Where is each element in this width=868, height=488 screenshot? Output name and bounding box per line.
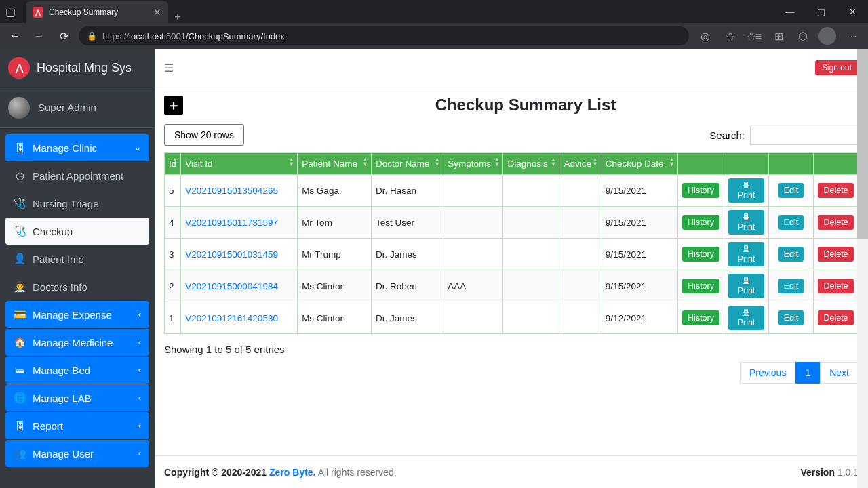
column-header[interactable]: Symptoms▲▼ <box>443 153 503 175</box>
forward-button[interactable]: → <box>30 26 49 45</box>
print-button[interactable]: 🖶Print <box>728 242 764 266</box>
brand[interactable]: ⋀ Hospital Mng Sys <box>0 49 155 87</box>
column-header[interactable] <box>769 153 814 175</box>
chevron-icon: ‹ <box>138 393 141 403</box>
delete-button[interactable]: Delete <box>818 310 853 325</box>
sidebar-item-doctors-info[interactable]: 👨‍⚕️Doctors Info <box>5 273 149 300</box>
edit-button[interactable]: Edit <box>778 183 804 198</box>
sidebar-item-checkup[interactable]: 🩺Checkup <box>5 218 149 245</box>
nav-label: Manage Clinic <box>33 142 97 154</box>
table-row: 5V20210915013504265Ms GagaDr. Hasan9/15/… <box>165 175 859 207</box>
show-rows-button[interactable]: Show 20 rows <box>164 124 244 146</box>
extensions-icon[interactable]: ⬡ <box>792 26 814 45</box>
cell-symptoms <box>443 302 503 334</box>
menu-icon[interactable]: ⋯ <box>841 26 863 45</box>
sidebar-item-manage-bed[interactable]: 🛏Manage Bed‹ <box>5 357 149 384</box>
column-header[interactable]: Visit Id▲▼ <box>181 153 298 175</box>
signout-button[interactable]: Sign out <box>815 60 859 75</box>
maximize-button[interactable]: ▢ <box>806 0 837 23</box>
minimize-button[interactable]: — <box>774 0 806 23</box>
column-header[interactable]: Id▲▼ <box>165 153 181 175</box>
cell-doctor: Dr. Hasan <box>371 175 443 207</box>
edit-button[interactable]: Edit <box>778 215 804 230</box>
footer-company-link[interactable]: Zero Byte. <box>269 467 315 478</box>
column-header[interactable]: Diagnosis▲▼ <box>503 153 559 175</box>
user-name: Super Admin <box>38 102 96 113</box>
visit-id-link[interactable]: V20210915000041984 <box>185 281 278 291</box>
delete-button[interactable]: Delete <box>818 247 853 262</box>
print-button[interactable]: 🖶Print <box>728 210 764 235</box>
scrollbar[interactable] <box>857 49 868 488</box>
sidebar-item-manage-user[interactable]: 👥Manage User‹ <box>5 440 149 467</box>
reload-button[interactable]: ⟳ <box>54 26 73 45</box>
column-header[interactable]: Patient Name▲▼ <box>298 153 372 175</box>
sidebar-item-manage-expense[interactable]: 💳Manage Expense‹ <box>5 301 149 328</box>
cell-patient: Ms Gaga <box>298 175 372 207</box>
tab-expand-icon[interactable]: ▢ <box>0 0 20 23</box>
address-bar[interactable]: 🔒 https://localhost:5001/CheckupSummary/… <box>79 26 689 45</box>
pagination-next[interactable]: Next <box>820 362 859 384</box>
delete-button[interactable]: Delete <box>818 215 853 230</box>
sidebar-item-manage-medicine[interactable]: 🏠Manage Medicine‹ <box>5 329 149 356</box>
pagination-page-1[interactable]: 1 <box>795 362 820 384</box>
cell-advice <box>559 270 601 302</box>
nav-icon: 💳 <box>14 308 26 321</box>
close-window-button[interactable]: ✕ <box>837 0 868 23</box>
column-header[interactable] <box>724 153 769 175</box>
sidebar-item-manage-lab[interactable]: 🌐Manage LAB‹ <box>5 384 149 411</box>
print-button[interactable]: 🖶Print <box>728 274 764 298</box>
history-button[interactable]: History <box>682 279 719 293</box>
star-icon[interactable]: ✩ <box>719 26 741 45</box>
hamburger-icon[interactable]: ☰ <box>164 62 174 75</box>
cell-symptoms: AAA <box>443 270 503 302</box>
history-button[interactable]: History <box>682 247 719 262</box>
profile-avatar[interactable] <box>816 26 838 45</box>
visit-id-link[interactable]: V20210915001031459 <box>185 249 278 260</box>
location-icon[interactable]: ◎ <box>694 26 716 45</box>
pagination-prev[interactable]: Previous <box>740 362 795 384</box>
edit-button[interactable]: Edit <box>778 279 804 293</box>
print-button[interactable]: 🖶Print <box>728 306 764 330</box>
history-button[interactable]: History <box>682 183 719 198</box>
print-button[interactable]: 🖶Print <box>728 178 764 203</box>
lock-icon: 🔒 <box>87 31 97 41</box>
back-button[interactable]: ← <box>5 26 24 45</box>
visit-id-link[interactable]: V20210912161420530 <box>185 313 278 323</box>
column-header[interactable]: Advice▲▼ <box>559 153 601 175</box>
tab-close-icon[interactable]: ✕ <box>153 7 161 18</box>
cell-doctor: Dr. James <box>371 302 443 334</box>
history-button[interactable]: History <box>682 310 719 325</box>
column-header[interactable] <box>678 153 724 175</box>
history-button[interactable]: History <box>682 215 719 230</box>
delete-button[interactable]: Delete <box>818 279 853 293</box>
add-button[interactable]: ＋ <box>164 96 183 115</box>
search-input[interactable] <box>750 125 859 145</box>
sidebar-item-manage-clinic[interactable]: 🗄Manage Clinic⌄ <box>5 134 149 161</box>
cell-id: 1 <box>165 302 181 334</box>
sidebar-item-report[interactable]: 🗄Report‹ <box>5 412 149 439</box>
chevron-icon: ⌄ <box>134 143 141 152</box>
visit-id-link[interactable]: V20210915013504265 <box>185 186 278 196</box>
cell-doctor: Dr. Robert <box>371 270 443 302</box>
user-panel[interactable]: Super Admin <box>0 87 155 128</box>
column-header[interactable] <box>814 153 859 175</box>
favorites-icon[interactable]: ✩≡ <box>743 26 765 45</box>
sidebar-item-nursing-triage[interactable]: 🩺Nursing Triage <box>5 190 149 217</box>
url-text: https://localhost:5001/CheckupSummary/In… <box>102 31 285 41</box>
sidebar-nav: 🗄Manage Clinic⌄◷Patient Appointment🩺Nurs… <box>0 128 155 473</box>
chevron-icon: ‹ <box>138 365 141 375</box>
column-header[interactable]: Checkup Date▲▼ <box>601 153 677 175</box>
sidebar-item-patient-appointment[interactable]: ◷Patient Appointment <box>5 162 149 189</box>
visit-id-link[interactable]: V20210915011731597 <box>185 218 278 228</box>
edit-button[interactable]: Edit <box>778 247 804 262</box>
delete-button[interactable]: Delete <box>818 183 853 198</box>
nav-icon: 👥 <box>14 447 26 460</box>
browser-tab[interactable]: ⋀ Checkup Summary ✕ <box>26 1 168 23</box>
edit-button[interactable]: Edit <box>778 310 804 325</box>
collections-icon[interactable]: ⊞ <box>768 26 789 45</box>
new-tab-button[interactable]: + <box>168 11 187 23</box>
user-avatar-icon <box>8 97 30 119</box>
sidebar-item-patient-info[interactable]: 👤Patient Info <box>5 245 149 272</box>
nav-label: Patient Info <box>33 253 84 265</box>
column-header[interactable]: Doctor Name▲▼ <box>371 153 443 175</box>
